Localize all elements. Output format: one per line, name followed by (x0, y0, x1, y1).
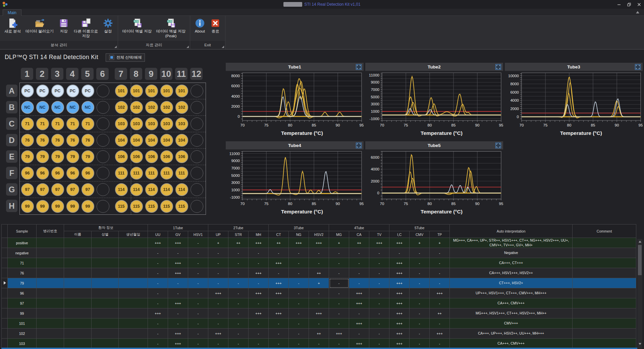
cell-value-focused[interactable]: - (329, 278, 349, 288)
cell-value-13[interactable]: - (410, 268, 430, 278)
about-button[interactable]: About (192, 17, 208, 35)
cell-value-8[interactable]: - (309, 258, 329, 268)
cell-value-14[interactable]: - (430, 268, 450, 278)
cell-value-5[interactable]: - (249, 258, 269, 268)
cell-patient-0[interactable] (64, 258, 92, 268)
cell-value-11[interactable]: - (369, 339, 389, 349)
cell-patient-1[interactable] (92, 268, 119, 278)
cell-patient-2[interactable] (119, 339, 148, 349)
well-F11[interactable]: 111 (175, 167, 188, 180)
cell-patient-2[interactable] (119, 329, 148, 339)
cell-value-2[interactable]: - (188, 308, 208, 318)
group-dialog-launcher-icon[interactable] (186, 46, 189, 48)
well-E3[interactable]: 79 (51, 150, 64, 163)
cell-value-2[interactable]: - (188, 329, 208, 339)
cell-value-13[interactable]: + (410, 238, 430, 248)
cell-value-14[interactable]: - (430, 248, 450, 258)
cell-value-2[interactable]: - (188, 268, 208, 278)
cell-patient-0[interactable] (64, 238, 92, 248)
well-H4[interactable]: 99 (66, 200, 79, 213)
cell-patient-2[interactable] (119, 278, 148, 288)
cell-value-0[interactable]: - (148, 248, 168, 258)
cell-patient-0[interactable] (64, 339, 92, 349)
cell-pathology-no[interactable] (37, 278, 64, 288)
cell-value-4[interactable]: - (228, 248, 249, 258)
cell-value-14[interactable]: - (430, 258, 450, 268)
cell-patient-1[interactable] (92, 298, 119, 308)
cell-value-11[interactable]: - (369, 268, 389, 278)
cell-patient-2[interactable] (119, 238, 148, 248)
well-A1[interactable]: PC (21, 85, 34, 97)
cell-patient-0[interactable] (64, 298, 92, 308)
well-H9[interactable]: 115 (145, 200, 158, 213)
cell-value-8[interactable]: - (309, 288, 329, 298)
cell-auto-interpretation[interactable]: CA+++, CT+++ (450, 258, 573, 268)
cell-auto-interpretation[interactable]: Negative (450, 248, 573, 258)
cell-value-0[interactable]: - (148, 258, 168, 268)
cell-comment[interactable] (573, 238, 636, 248)
cell-value-1[interactable]: - (168, 318, 188, 329)
well-empty-B12[interactable] (191, 101, 203, 114)
well-empty-E12[interactable] (191, 150, 203, 163)
cell-patient-1[interactable] (92, 318, 119, 329)
cell-value-2[interactable]: - (188, 258, 208, 268)
well-E7[interactable]: 106 (115, 150, 128, 163)
cell-value-4[interactable]: - (228, 318, 249, 329)
cell-value-13[interactable]: - (410, 339, 430, 349)
cell-value-12[interactable]: +++ (389, 268, 410, 278)
cell-value-12[interactable]: +++ (389, 278, 410, 288)
load-data-button[interactable]: 데이터 불러오기 (23, 17, 56, 35)
cell-pathology-no[interactable] (37, 308, 64, 318)
tab-main[interactable]: Main (3, 9, 21, 16)
well-H1[interactable]: 99 (21, 200, 34, 213)
cell-value-6[interactable]: +++ (269, 258, 289, 268)
cell-value-9[interactable]: - (329, 268, 349, 278)
well-C8[interactable]: 103 (130, 117, 143, 130)
cell-value-10[interactable]: - (349, 248, 369, 258)
cell-value-2[interactable]: - (188, 278, 208, 288)
well-C11[interactable]: 103 (175, 117, 188, 130)
well-A7[interactable]: 101 (115, 85, 128, 97)
well-B3[interactable]: NC (51, 101, 64, 114)
well-A4[interactable]: PC (66, 85, 79, 97)
well-F3[interactable]: 96 (51, 167, 64, 180)
well-A5[interactable]: PC (82, 85, 94, 97)
cell-value-6[interactable]: - (269, 298, 289, 308)
well-F8[interactable]: 111 (130, 167, 143, 180)
cell-value-6[interactable]: ++ (269, 238, 289, 248)
cell-value-1[interactable]: - (168, 288, 188, 298)
minimize-button[interactable] (614, 0, 624, 9)
cell-sample[interactable]: 99 (8, 308, 37, 318)
well-E10[interactable]: 106 (160, 150, 173, 163)
cell-value-7[interactable]: - (289, 318, 309, 329)
scroll-up-button[interactable] (637, 239, 642, 244)
cell-comment[interactable] (573, 258, 636, 268)
cell-patient-1[interactable] (92, 339, 119, 349)
cell-value-7[interactable]: - (289, 248, 309, 258)
cell-value-7[interactable]: - (289, 288, 309, 298)
cell-value-8[interactable]: ++ (309, 268, 329, 278)
cell-value-11[interactable]: +++ (369, 238, 389, 248)
well-empty-B6[interactable] (97, 101, 109, 114)
well-A2[interactable]: PC (36, 85, 49, 97)
exit-button[interactable]: 종료 (208, 17, 223, 35)
well-empty-F6[interactable] (97, 167, 109, 180)
cell-value-7[interactable]: - (289, 298, 309, 308)
well-C2[interactable]: 71 (36, 117, 49, 130)
cell-value-12[interactable]: +++ (389, 308, 410, 318)
cell-value-3[interactable]: - (208, 268, 228, 278)
cell-value-5[interactable]: - (249, 329, 269, 339)
cell-value-7[interactable]: - (289, 258, 309, 268)
cell-value-13[interactable]: - (410, 248, 430, 258)
cell-auto-interpretation[interactable]: CA+++, CMV+++ (450, 298, 573, 308)
well-E5[interactable]: 79 (82, 150, 94, 163)
well-F10[interactable]: 111 (160, 167, 173, 180)
well-C7[interactable]: 103 (115, 117, 128, 130)
well-E9[interactable]: 106 (145, 150, 158, 163)
cell-value-9[interactable]: - (329, 318, 349, 329)
well-A8[interactable]: 101 (130, 85, 143, 97)
cell-value-5[interactable]: - (249, 318, 269, 329)
save-as-button[interactable]: 다른 이름으로저장 (71, 17, 100, 39)
table-vertical-scrollbar[interactable] (637, 239, 642, 349)
cell-comment[interactable] (573, 288, 636, 298)
